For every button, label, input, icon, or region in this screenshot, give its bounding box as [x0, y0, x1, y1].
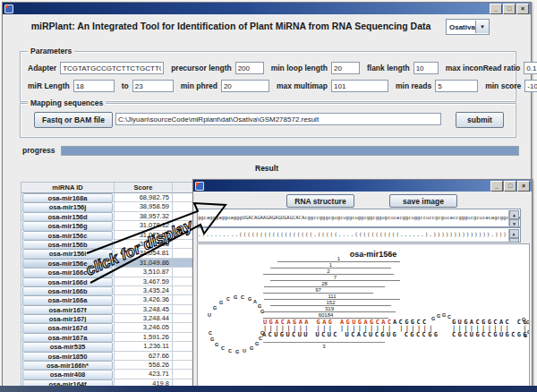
- table-row[interactable]: osa-mir156i31,054.81: [21, 249, 207, 258]
- maximize-button[interactable]: □: [504, 181, 516, 192]
- table-row[interactable]: osa-mir167a1,591.26: [21, 333, 207, 342]
- table-row[interactable]: osa-mir166d3,467.59: [21, 277, 207, 286]
- table-row[interactable]: osa-mir408423.71: [21, 370, 207, 379]
- parameters-row-2: miR Lengthtomin phredmax multimapmin rea…: [28, 80, 510, 92]
- scroll-up-icon[interactable]: ▲: [509, 229, 519, 238]
- param-input-min-reads[interactable]: [435, 80, 478, 92]
- read-count: 1: [329, 262, 332, 268]
- table-row[interactable]: osa-mir156b31,073.98: [21, 240, 207, 249]
- maximize-button[interactable]: □: [503, 4, 516, 14]
- table-row[interactable]: osa-mir166c3,510.87: [21, 268, 207, 277]
- mirna-id-cell[interactable]: osa-mir167d: [22, 323, 113, 332]
- result-label: Result: [3, 164, 531, 173]
- column-header-score[interactable]: Score: [115, 183, 173, 193]
- submit-button[interactable]: submit: [456, 112, 504, 128]
- table-row[interactable]: osa-mir1850627.66: [21, 352, 207, 361]
- rna-structure-button[interactable]: RNA structure: [286, 194, 354, 208]
- mirna-id-cell[interactable]: osa-mir408: [22, 370, 113, 379]
- java-icon: [195, 182, 204, 191]
- result-table: miRNA ID Score osa-mir168a68,982.75osa-m…: [21, 182, 208, 390]
- scroll-down-icon[interactable]: ▼: [509, 219, 519, 227]
- mirna-id-cell[interactable]: osa-mir156i: [22, 249, 113, 258]
- mirna-id-cell[interactable]: osa-mir156j: [22, 202, 113, 211]
- chevron-down-icon[interactable]: ▼: [475, 21, 489, 33]
- param-input-precursor-length[interactable]: [235, 62, 264, 74]
- progress-label: progress: [22, 146, 55, 155]
- table-row[interactable]: osa-mir5351,236.11: [21, 342, 207, 351]
- score-cell: 1,236.11: [115, 342, 173, 351]
- bottom-strip: [0, 386, 537, 392]
- main-titlebar[interactable]: _ □ ×: [3, 3, 531, 14]
- param-input-min-loop-length[interactable]: [331, 62, 360, 74]
- mirna-id-cell[interactable]: osa-mir166d: [22, 277, 113, 286]
- species-dropdown[interactable]: Osativa ▼: [446, 19, 490, 35]
- scroll-down-icon[interactable]: ▼: [509, 238, 519, 243]
- loop-nucleotide: G: [234, 295, 237, 301]
- loop-nucleotide: C: [228, 349, 232, 354]
- mirna-id-cell[interactable]: osa-mir166b: [22, 286, 113, 295]
- rna-window: _ □ × RNA structure save image ggcagggag…: [192, 179, 533, 392]
- file-path-input[interactable]: [115, 113, 441, 125]
- param-input-adapter[interactable]: [60, 62, 164, 74]
- minimize-button[interactable]: _: [490, 181, 503, 192]
- param-input-max-multimap[interactable]: [331, 80, 388, 92]
- close-button[interactable]: ×: [517, 181, 530, 192]
- loop-nucleotide: C: [522, 318, 525, 323]
- param-input-to[interactable]: [132, 80, 174, 92]
- sequence-textarea[interactable]: ggcagggagguagggUGACAGAAGAGAGUGAGCACAcggc…: [197, 209, 521, 227]
- column-header-mirna-id[interactable]: miRNA ID: [21, 183, 115, 193]
- mirna-id-cell[interactable]: osa-mir167a: [22, 333, 113, 342]
- mirna-id-cell[interactable]: osa-mir166c: [22, 268, 113, 277]
- fastq-bam-file-button[interactable]: Fastq or BAM file: [34, 112, 113, 128]
- param-input-min-score[interactable]: [524, 80, 537, 92]
- minimize-button[interactable]: _: [490, 4, 502, 14]
- table-row[interactable]: osa-mir167f3,248.45: [21, 305, 207, 314]
- mirna-id-cell[interactable]: osa-mir167f: [22, 305, 113, 314]
- table-row[interactable]: osa-mir166h*558.26: [21, 361, 207, 370]
- mirna-id-cell[interactable]: osa-mir156b: [22, 240, 113, 249]
- mirna-id-cell[interactable]: osa-mir156d: [22, 212, 113, 221]
- sequence-scrollbar[interactable]: ▲ ▼: [508, 210, 519, 226]
- mirna-id-cell[interactable]: osa-mir535: [22, 342, 113, 351]
- param-input-mir-length[interactable]: [73, 80, 115, 92]
- table-row[interactable]: osa-mir167j3,248.44: [21, 314, 207, 323]
- param-input-flank-length[interactable]: [413, 62, 439, 74]
- mirna-id-cell[interactable]: osa-mir156e: [22, 259, 113, 268]
- scroll-up-icon[interactable]: ▲: [509, 210, 519, 219]
- table-row[interactable]: osa-mir156j38,958.59: [21, 202, 207, 211]
- score-cell: 3,246.05: [115, 323, 173, 332]
- loop-nucleotide: G: [526, 320, 530, 326]
- param-label: miR Length: [28, 81, 70, 90]
- table-row[interactable]: osa-mir156e31,049.86: [21, 259, 207, 268]
- loop-nucleotide: G: [210, 337, 214, 343]
- mirna-id-cell[interactable]: osa-mir166a: [22, 295, 113, 304]
- table-row[interactable]: osa-mir168a68,982.75: [21, 193, 207, 202]
- table-row[interactable]: osa-mir156c31,075.56: [21, 231, 207, 240]
- sequence-text: ggcagggagguagggUGACAGAAGAGAGUGAGCACAcggc…: [198, 215, 521, 220]
- score-cell: 423.71: [115, 370, 173, 379]
- loop-nucleotide: G: [260, 310, 264, 315]
- table-row[interactable]: osa-mir167d3,246.05: [21, 323, 207, 332]
- table-row[interactable]: osa-mir166a3,426.36: [21, 295, 207, 304]
- save-image-button[interactable]: save image: [389, 194, 457, 208]
- param-input-max-inconread-ratio[interactable]: [524, 62, 537, 74]
- mapping-legend: Mapping sequences: [28, 98, 106, 107]
- mirna-id-cell[interactable]: osa-mir167j: [22, 314, 113, 323]
- close-button[interactable]: ×: [516, 4, 529, 14]
- table-row[interactable]: osa-mir156g31,078.12: [21, 221, 207, 230]
- mirna-id-cell[interactable]: osa-mir166h*: [22, 361, 113, 370]
- rna-titlebar[interactable]: _ □ ×: [193, 180, 532, 192]
- mirna-id-cell[interactable]: osa-mir168a: [22, 193, 113, 202]
- loop-nucleotide: G: [437, 314, 440, 320]
- param-input-min-phred[interactable]: [221, 80, 269, 92]
- mapping-groupbox: Mapping sequences Fastq or BAM file subm…: [20, 103, 516, 138]
- table-row[interactable]: osa-mir166b3,435.24: [21, 286, 207, 295]
- table-row[interactable]: osa-mir156d38,957.32: [21, 212, 207, 221]
- structure-panel: osa-mir156e 1127289711115231960184UGACAG…: [197, 243, 530, 392]
- mirna-id-cell[interactable]: osa-mir156g: [22, 221, 113, 230]
- dotbracket-textarea[interactable]: ..........((((((((((((((((((.(((((....((…: [197, 227, 521, 243]
- mirna-id-cell[interactable]: osa-mir1850: [22, 352, 113, 361]
- mirna-id-cell[interactable]: osa-mir156c: [22, 231, 113, 240]
- dotbracket-scrollbar[interactable]: ▲ ▼: [508, 229, 519, 241]
- loop-nucleotide: U: [243, 349, 246, 354]
